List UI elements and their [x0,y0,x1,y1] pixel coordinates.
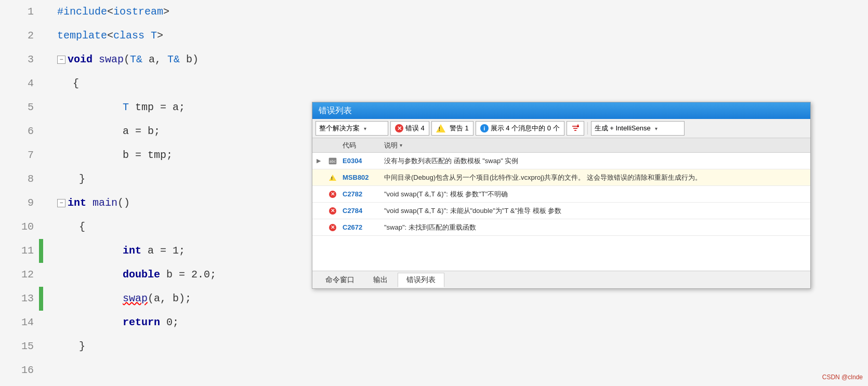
row-desc-2: 中间目录(Debug)包含从另一个项目(比特作业.vcxproj)共享的文件。 … [382,173,810,182]
line-num-13: 13 [0,287,34,311]
line-num-10: 10 [0,215,34,239]
code-line-3: −void swap(T& a, T& b) [57,48,868,72]
line-num-16: 16 [0,358,34,382]
dialog-tabs: 命令窗口 输出 错误列表 [312,271,810,288]
row-icon-4: ✕ [325,207,340,215]
table-row[interactable]: ✕ C2672 "swap": 未找到匹配的重载函数 [312,219,810,236]
row-icon-5: ✕ [325,224,340,231]
row-desc-1: 没有与参数列表匹配的 函数模板 "swap" 实例 [382,156,810,166]
table-row[interactable]: ✕ C2782 "void swap(T &,T &)": 模板 参数"T"不明… [312,186,810,203]
line-num-11: 11 [0,239,34,263]
line-num-14: 14 [0,311,34,335]
line-num-7: 7 [0,143,34,167]
code-line-16 [57,358,868,382]
code-line-2: template<class T> [57,24,868,48]
scope-dropdown[interactable]: 整个解决方案 ▾ [315,121,388,136]
error-table: 代码 说明 ▾ ▶ abc E0304 没有与参数列表匹配的 函数模板 "swa… [312,138,810,271]
line-num-2: 2 [0,24,34,48]
row-icon-3: ✕ [325,191,340,198]
dialog-titlebar: 错误列表 [312,102,810,119]
row-code-1: E0304 [340,157,382,165]
warning-icon [436,124,445,132]
th-desc: 说明 ▾ [382,141,810,150]
build-dropdown[interactable]: 生成 + IntelliSense ▾ [591,121,685,136]
error-label: 错误 4 [405,124,425,133]
code-line-4: { [57,72,868,96]
toolbar-separator [587,122,588,135]
include-text: #include [57,6,107,18]
line-num-5: 5 [0,96,34,119]
line-num-6: 6 [0,119,34,143]
table-row[interactable]: ✕ C2784 "void swap(T &,T &)": 未能从"double… [312,203,810,219]
line-num-15: 15 [0,335,34,358]
info-btn[interactable]: i 展示 4 个消息中的 0 个 [476,121,564,136]
build-arrow: ▾ [655,126,657,131]
filter-btn[interactable] [567,121,584,136]
line-num-12: 12 [0,263,34,287]
indicator-line-13 [39,287,43,311]
error-row-icon: ✕ [329,224,336,231]
line-num-1: 1 [0,0,34,24]
row-desc-3: "void swap(T &,T &)": 模板 参数"T"不明确 [382,190,810,199]
indicator-bar [39,0,43,386]
line-numbers: 1 2 3 4 5 6 7 8 9 10 11 12 13 14 15 16 [0,0,39,386]
tab-output[interactable]: 输出 [364,273,397,287]
filter-icon [571,124,580,132]
error-icon: ✕ [395,124,403,132]
collapse-btn-9[interactable]: − [57,199,65,207]
svg-text:abc: abc [330,159,336,164]
watermark: CSDN @clnde [822,374,863,381]
row-icon-2 [325,175,340,181]
tab-command-window[interactable]: 命令窗口 [317,273,363,287]
code-line-14: return 0; [57,311,868,335]
collapse-btn-3[interactable]: − [57,56,65,64]
warning-label: 警告 1 [450,124,469,133]
code-line-1: #include<iostream> [57,0,868,24]
row-icon-1: abc [325,157,340,165]
row-code-3: C2782 [340,190,382,198]
row-code-2: MSB802 [340,174,382,181]
line-num-4: 4 [0,72,34,96]
error-dialog: 错误列表 整个解决方案 ▾ ✕ 错误 4 警告 1 i 展示 4 个消息中的 0… [312,102,811,289]
svg-point-3 [577,125,579,127]
tab-error-list[interactable]: 错误列表 [398,273,444,287]
table-row[interactable]: MSB802 中间目录(Debug)包含从另一个项目(比特作业.vcxproj)… [312,169,810,186]
abc-icon: abc [328,157,337,165]
warning-btn[interactable]: 警告 1 [431,121,474,136]
dialog-title: 错误列表 [319,105,352,116]
line-num-3: 3 [0,48,34,72]
scope-arrow: ▾ [364,126,366,131]
build-label: 生成 + IntelliSense [595,124,651,133]
th-code: 代码 [340,141,382,150]
info-icon: i [480,124,489,132]
code-line-13: swap(a, b); [57,287,868,311]
scope-label: 整个解决方案 [319,124,360,133]
line-num-8: 8 [0,167,34,191]
indicator-line-11 [39,239,43,263]
dialog-toolbar: 整个解决方案 ▾ ✕ 错误 4 警告 1 i 展示 4 个消息中的 0 个 [312,119,810,138]
table-header: 代码 说明 ▾ [312,138,810,153]
row-code-4: C2784 [340,207,382,215]
error-row-icon: ✕ [329,207,336,215]
row-desc-5: "swap": 未找到匹配的重载函数 [382,223,810,232]
row-expand-1: ▶ [312,157,325,164]
row-code-5: C2672 [340,223,382,231]
error-btn[interactable]: ✕ 错误 4 [390,121,429,136]
table-row[interactable]: ▶ abc E0304 没有与参数列表匹配的 函数模板 "swap" 实例 [312,153,810,169]
code-line-15: } [57,335,868,358]
row-desc-4: "void swap(T &,T &)": 未能从"double"为"T &"推… [382,206,810,216]
warning-row-icon [329,175,336,181]
line-num-9: 9 [0,191,34,215]
error-row-icon: ✕ [329,191,336,198]
table-body: ▶ abc E0304 没有与参数列表匹配的 函数模板 "swap" 实例 MS… [312,153,810,271]
info-label: 展示 4 个消息中的 0 个 [491,124,560,133]
